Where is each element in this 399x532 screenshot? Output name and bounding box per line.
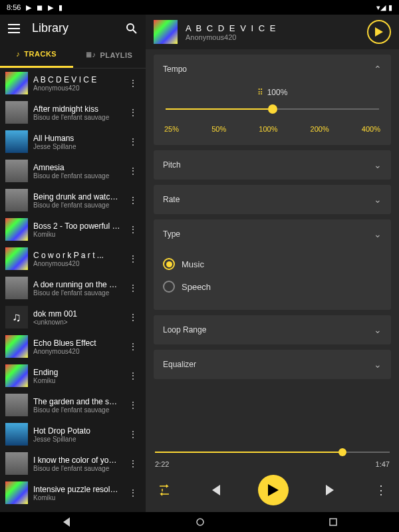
svg-point-0 bbox=[127, 24, 134, 31]
track-row[interactable]: The garden and the swingBisou de l'enfan… bbox=[0, 390, 146, 420]
chevron-down-icon: ⌄ bbox=[374, 160, 382, 170]
home-icon[interactable] bbox=[196, 517, 205, 527]
svg-point-1 bbox=[197, 519, 203, 525]
track-thumb bbox=[5, 101, 28, 124]
track-menu-button[interactable]: ⋮ bbox=[126, 400, 140, 410]
track-row[interactable]: Boss 2 - Too powerful f...Komiku⋮ bbox=[0, 215, 146, 244]
track-thumb: ♫ bbox=[5, 306, 28, 329]
more-button[interactable]: ⋮ bbox=[375, 483, 387, 497]
equalizer-panel[interactable]: Equalizer ⌄ bbox=[154, 350, 391, 379]
track-row[interactable]: Echo Blues EffectAnonymous420⋮ bbox=[0, 332, 146, 361]
track-menu-button[interactable]: ⋮ bbox=[126, 195, 140, 205]
rate-panel[interactable]: Rate ⌄ bbox=[154, 185, 391, 214]
panel-title: Loop Range bbox=[163, 325, 206, 334]
track-row[interactable]: AmnesiaBisou de l'enfant sauvage⋮ bbox=[0, 156, 146, 186]
tempo-mark[interactable]: 50% bbox=[211, 125, 226, 133]
track-thumb bbox=[5, 247, 28, 270]
track-list[interactable]: A B C D E V I C EAnonymous420⋮After midn… bbox=[0, 68, 146, 512]
search-icon[interactable] bbox=[126, 23, 138, 35]
track-artist: Komiku bbox=[33, 231, 120, 238]
tempo-slider[interactable] bbox=[166, 102, 379, 116]
track-artist: Komiku bbox=[33, 494, 120, 501]
track-menu-button[interactable]: ⋮ bbox=[126, 253, 140, 264]
back-icon[interactable] bbox=[62, 517, 71, 527]
track-menu-button[interactable]: ⋮ bbox=[126, 136, 140, 147]
type-header[interactable]: Type ⌄ bbox=[154, 219, 391, 249]
tempo-value: 100% bbox=[267, 88, 288, 97]
grid-icon: ⠿ bbox=[257, 88, 263, 97]
page-title: Library bbox=[32, 21, 114, 35]
radio-speech[interactable]: Speech bbox=[163, 275, 382, 298]
track-menu-button[interactable]: ⋮ bbox=[126, 107, 140, 118]
pitch-panel[interactable]: Pitch ⌄ bbox=[154, 150, 391, 180]
next-button[interactable] bbox=[326, 485, 338, 495]
track-menu-button[interactable]: ⋮ bbox=[126, 78, 140, 88]
loop-range-panel[interactable]: Loop Range ⌄ bbox=[154, 315, 391, 344]
track-thumb bbox=[5, 277, 28, 299]
recent-icon[interactable] bbox=[329, 518, 337, 526]
tempo-marks: 25%50%100%200%400% bbox=[163, 125, 382, 133]
chevron-down-icon: ⌄ bbox=[374, 325, 382, 335]
svg-rect-2 bbox=[330, 519, 336, 525]
play-button-small[interactable] bbox=[367, 20, 391, 44]
track-thumb bbox=[5, 364, 28, 387]
track-artist: Komiku bbox=[33, 377, 120, 384]
track-row[interactable]: EndingKomiku⋮ bbox=[0, 361, 146, 390]
track-title: I know the color of your ... bbox=[33, 456, 120, 465]
track-menu-button[interactable]: ⋮ bbox=[126, 166, 140, 176]
track-menu-button[interactable]: ⋮ bbox=[126, 312, 140, 323]
track-title: Intensive puzzle resoluti... bbox=[33, 485, 120, 494]
track-title: Ending bbox=[33, 368, 120, 377]
tempo-mark[interactable]: 400% bbox=[362, 125, 380, 133]
track-row[interactable]: Intensive puzzle resoluti...Komiku⋮ bbox=[0, 478, 146, 507]
track-row[interactable]: All HumansJesse Spillane⋮ bbox=[0, 127, 146, 156]
track-row[interactable]: After midnight kissBisou de l'enfant sau… bbox=[0, 98, 146, 127]
track-menu-button[interactable]: ⋮ bbox=[126, 429, 140, 440]
track-thumb bbox=[5, 423, 28, 446]
track-title: Boss 2 - Too powerful f... bbox=[33, 221, 120, 231]
track-artist: Anonymous420 bbox=[33, 84, 120, 92]
status-icon: ◼ bbox=[37, 3, 43, 12]
tempo-header[interactable]: Tempo ⌃ bbox=[154, 55, 391, 84]
radio-music[interactable]: Music bbox=[163, 253, 382, 275]
tab-playlist[interactable]: ≣♪ PLAYLIS bbox=[73, 42, 146, 68]
repeat-button[interactable] bbox=[158, 484, 171, 496]
track-menu-button[interactable]: ⋮ bbox=[126, 370, 140, 381]
time-elapsed: 2:22 bbox=[155, 460, 169, 468]
track-row[interactable]: I know the color of your ...Bisou de l'e… bbox=[0, 449, 146, 478]
track-row[interactable]: A doe running on the be...Bisou de l'enf… bbox=[0, 273, 146, 303]
track-artist: <unknown> bbox=[33, 319, 120, 326]
playlist-icon: ≣♪ bbox=[86, 51, 96, 59]
track-artist: Bisou de l'enfant sauvage bbox=[33, 465, 120, 472]
progress-slider[interactable] bbox=[155, 447, 390, 458]
tempo-mark[interactable]: 100% bbox=[259, 125, 277, 133]
track-thumb bbox=[5, 130, 28, 153]
prev-button[interactable] bbox=[208, 485, 220, 495]
battery-icon: ▮ bbox=[388, 3, 392, 12]
track-thumb bbox=[5, 218, 28, 241]
track-thumb bbox=[5, 452, 28, 475]
track-row[interactable]: A B C D E V I C EAnonymous420⋮ bbox=[0, 68, 146, 98]
tab-label: TRACKS bbox=[24, 50, 57, 58]
track-menu-button[interactable]: ⋮ bbox=[126, 487, 140, 498]
track-row[interactable]: ♫dok mm 001<unknown>⋮ bbox=[0, 303, 146, 332]
track-row[interactable]: Hot Drop PotatoJesse Spillane⋮ bbox=[0, 420, 146, 449]
panel-title: Tempo bbox=[163, 65, 187, 74]
tempo-mark[interactable]: 25% bbox=[164, 125, 179, 133]
tempo-mark[interactable]: 200% bbox=[311, 125, 329, 133]
track-menu-button[interactable]: ⋮ bbox=[126, 458, 140, 469]
hamburger-icon[interactable] bbox=[8, 24, 20, 33]
radio-icon bbox=[163, 281, 175, 293]
track-menu-button[interactable]: ⋮ bbox=[126, 224, 140, 235]
play-button[interactable] bbox=[258, 475, 289, 505]
track-row[interactable]: C o w o r k P a r t ...Anonymous420⋮ bbox=[0, 244, 146, 273]
track-title: Hot Drop Potato bbox=[33, 426, 120, 436]
track-artist: Bisou de l'enfant sauvage bbox=[33, 114, 120, 121]
track-menu-button[interactable]: ⋮ bbox=[126, 283, 140, 293]
panel-title: Pitch bbox=[163, 160, 181, 170]
track-menu-button[interactable]: ⋮ bbox=[126, 341, 140, 352]
tab-tracks[interactable]: ♪ TRACKS bbox=[0, 42, 73, 68]
tab-label: PLAYLIS bbox=[100, 51, 133, 59]
track-row[interactable]: Being drunk and watchi...Bisou de l'enfa… bbox=[0, 186, 146, 215]
track-title: After midnight kiss bbox=[33, 104, 120, 114]
